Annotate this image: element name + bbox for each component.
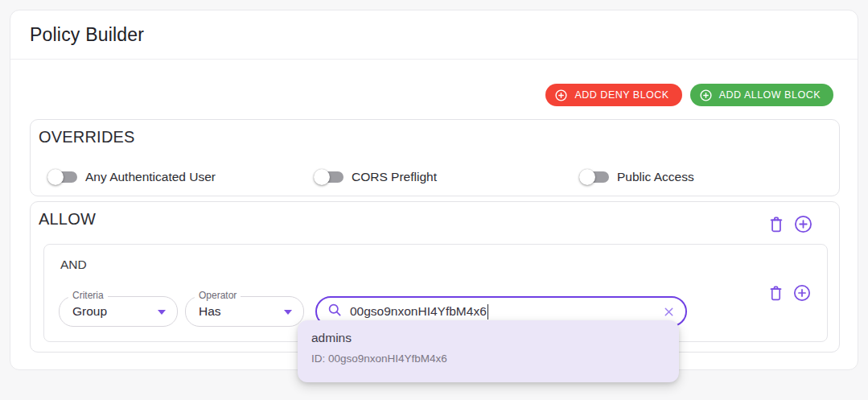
trash-icon [767, 283, 784, 302]
toggle-thumb [47, 169, 64, 185]
policy-builder-screen: Policy Builder ADD DENY BLOCK ADD ALLOW … [0, 0, 868, 400]
delete-allow-block-button[interactable] [767, 214, 785, 233]
toggle-label: CORS Preflight [352, 170, 437, 184]
close-icon [662, 305, 676, 319]
add-deny-block-button[interactable]: ADD DENY BLOCK [545, 84, 681, 106]
search-icon [327, 302, 343, 321]
add-deny-block-label: ADD DENY BLOCK [574, 89, 668, 101]
operator-select[interactable]: Operator Has [185, 296, 304, 327]
allow-block-title: ALLOW [39, 210, 96, 229]
text-cursor [487, 304, 489, 320]
toggle-group-cors-preflight: CORS Preflight [314, 166, 437, 188]
chevron-down-icon [284, 310, 292, 315]
card-header: Policy Builder [10, 10, 858, 60]
add-allow-block-button[interactable]: ADD ALLOW BLOCK [690, 84, 833, 106]
logic-operator-label: AND [60, 258, 87, 272]
clear-search-button[interactable] [662, 305, 676, 319]
any-authenticated-user-toggle[interactable] [47, 168, 78, 186]
toggle-label: Public Access [617, 170, 694, 184]
add-allow-block-label: ADD ALLOW BLOCK [719, 89, 821, 101]
overrides-section: OVERRIDES Any Authenticated User CORS Pr… [30, 119, 840, 196]
plus-circle-icon [699, 89, 713, 102]
add-condition-group-button[interactable] [794, 215, 812, 233]
suggestion-group-name: admins [311, 331, 352, 345]
suggestion-group-id: ID: 00gso9nxonHI4YfbM4x6 [311, 353, 447, 365]
plus-circle-icon [554, 89, 568, 102]
toggle-group-any-authenticated-user: Any Authenticated User [47, 166, 216, 188]
public-access-toggle[interactable] [579, 168, 610, 186]
block-actions-row: ADD DENY BLOCK ADD ALLOW BLOCK [545, 84, 833, 106]
delete-condition-button[interactable] [767, 283, 784, 302]
cors-preflight-toggle[interactable] [314, 168, 344, 186]
overrides-title: OVERRIDES [39, 128, 135, 146]
toggle-thumb [579, 169, 595, 185]
criteria-select[interactable]: Criteria Group [59, 296, 178, 327]
add-condition-button[interactable] [793, 284, 811, 302]
policy-builder-card: Policy Builder ADD DENY BLOCK ADD ALLOW … [10, 10, 858, 370]
trash-icon [767, 214, 785, 233]
condition-row-actions [767, 283, 811, 302]
chevron-down-icon [158, 310, 166, 315]
operator-select-value: Has [199, 297, 221, 326]
group-suggestion-option[interactable]: admins ID: 00gso9nxonHI4YfbM4x6 [298, 320, 679, 382]
toggle-thumb [314, 169, 330, 185]
page-title: Policy Builder [30, 24, 144, 46]
allow-block-actions [767, 214, 812, 233]
plus-circle-icon [794, 215, 812, 233]
plus-circle-icon [793, 284, 811, 302]
group-search-value: 00gso9nxonHI4YfbM4x6 [350, 304, 487, 319]
toggle-label: Any Authenticated User [85, 170, 216, 184]
criteria-select-value: Group [72, 297, 107, 326]
toggle-group-public-access: Public Access [579, 166, 694, 188]
